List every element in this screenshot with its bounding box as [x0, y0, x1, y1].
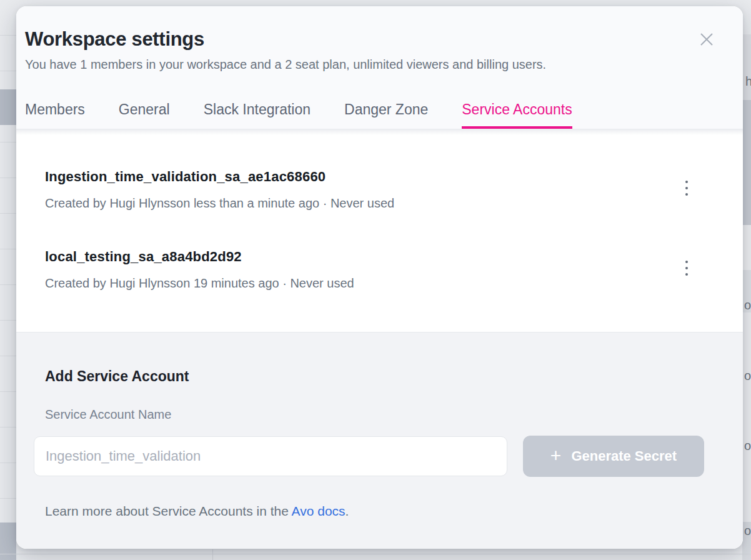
close-button[interactable]: [695, 28, 718, 51]
settings-tabs: Members General Slack Integration Danger…: [25, 101, 572, 129]
background-table-row-highlight: [0, 522, 16, 560]
modal-subtitle: You have 1 members in your workspace and…: [25, 56, 728, 72]
row-actions-menu-button[interactable]: [678, 176, 695, 201]
background-text-fragment: or: [744, 369, 751, 382]
service-account-name: local_testing_sa_a8a4bd2d92: [45, 248, 714, 266]
workspace-settings-modal: Workspace settings You have 1 members in…: [16, 6, 743, 549]
service-account-row: local_testing_sa_a8a4bd2d92 Created by H…: [45, 248, 714, 297]
kebab-icon: [685, 193, 688, 196]
add-service-account-form-row: + Generate Secret: [34, 436, 720, 477]
service-account-row: Ingestion_time_validation_sa_ae1ac68660 …: [45, 168, 714, 217]
tab-general[interactable]: General: [119, 101, 170, 129]
background-text-fragment: or: [744, 298, 751, 312]
tab-service-accounts[interactable]: Service Accounts: [462, 101, 572, 129]
add-service-account-section: Add Service Account Service Account Name…: [16, 332, 743, 549]
kebab-icon: [685, 187, 688, 189]
tab-danger-zone[interactable]: Danger Zone: [344, 101, 428, 129]
kebab-icon: [685, 273, 688, 276]
learn-more-suffix: .: [346, 504, 349, 518]
service-account-name-input[interactable]: [34, 436, 507, 476]
background-table-row: [742, 312, 751, 522]
kebab-icon: [685, 261, 688, 263]
generate-secret-button[interactable]: + Generate Secret: [523, 436, 704, 477]
avo-docs-link[interactable]: Avo docs: [292, 504, 346, 518]
background-table-row: [742, 34, 751, 100]
modal-header: Workspace settings You have 1 members in…: [16, 6, 743, 129]
kebab-icon: [685, 267, 688, 269]
background-table-column-divider: [212, 549, 213, 560]
service-account-meta: Created by Hugi Hlynsson less than a min…: [45, 196, 714, 211]
background-text-fragment: h: [745, 74, 751, 88]
background-text-fragment: or: [744, 439, 751, 452]
close-icon: [697, 29, 717, 49]
kebab-icon: [685, 181, 688, 183]
learn-more-prefix: Learn more about Service Accounts in the: [45, 504, 292, 518]
generate-secret-label: Generate Secret: [571, 448, 677, 464]
plus-icon: +: [550, 446, 562, 465]
modal-title: Workspace settings: [25, 28, 728, 51]
service-account-list: Ingestion_time_validation_sa_ae1ac68660 …: [16, 129, 743, 332]
background-table-divider: [0, 554, 751, 554]
row-actions-menu-button[interactable]: [678, 256, 695, 281]
background-table-row: [742, 225, 751, 270]
background-text-fragment: or: [744, 524, 751, 538]
learn-more-text: Learn more about Service Accounts in the…: [45, 503, 720, 519]
tab-members[interactable]: Members: [25, 101, 85, 129]
service-account-name-label: Service Account Name: [45, 407, 720, 422]
service-account-name: Ingestion_time_validation_sa_ae1ac68660: [45, 168, 714, 186]
add-service-account-heading: Add Service Account: [45, 368, 720, 385]
service-account-meta: Created by Hugi Hlynsson 19 minutes ago …: [45, 276, 714, 291]
tab-slack-integration[interactable]: Slack Integration: [204, 101, 311, 129]
background-table-row-highlight: [0, 89, 16, 125]
background-table-row-highlight: [742, 100, 751, 225]
